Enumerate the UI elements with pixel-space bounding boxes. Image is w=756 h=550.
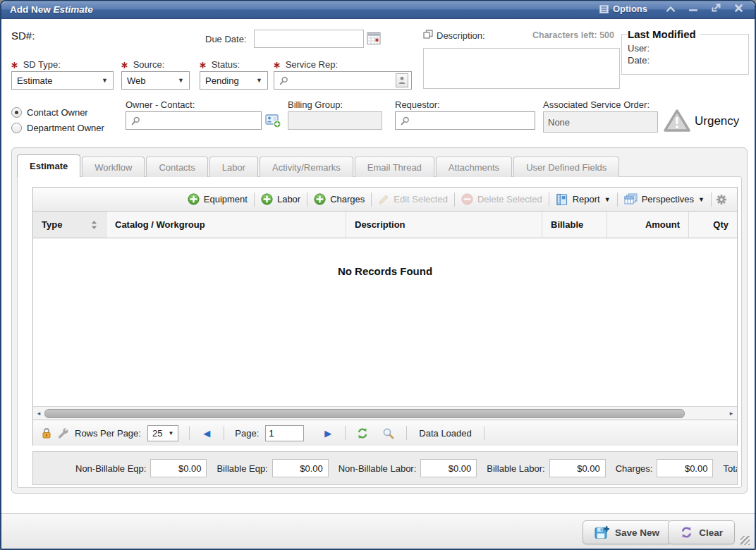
tab-estimate[interactable]: Estimate [17, 154, 80, 177]
perspectives-icon [624, 193, 638, 205]
requestor-field[interactable] [395, 111, 535, 130]
clear-button[interactable]: Clear [668, 520, 735, 544]
chevron-down-icon: ▼ [178, 77, 184, 84]
page-label: Page: [235, 428, 259, 439]
add-charges-button[interactable]: Charges [307, 193, 371, 205]
window-resize-handle[interactable] [740, 536, 750, 545]
owner-contact-field[interactable] [126, 111, 262, 130]
due-date-label: Due Date: [205, 34, 247, 44]
grid-header-row: Type Catalog / Workgroup Description Bil… [33, 212, 737, 238]
grid-toolbar: Equipment Labor Charges Ed [33, 188, 737, 212]
tab-activity-remarks[interactable]: Activity/Remarks [260, 157, 353, 177]
billing-group-label: Billing Group: [288, 99, 343, 110]
urgency-warning-icon[interactable] [663, 109, 691, 133]
minimize-icon[interactable] [687, 4, 700, 14]
last-modified-user-label: User: [628, 43, 650, 54]
billing-group-input [288, 111, 382, 130]
previous-page-icon[interactable]: ◀ [200, 428, 213, 439]
tab-labor[interactable]: Labor [209, 157, 258, 177]
grid-status-text: Data Loaded [419, 428, 471, 439]
options-list-icon [599, 5, 609, 13]
requestor-input[interactable] [413, 116, 532, 126]
scrollbar-thumb[interactable] [44, 409, 685, 418]
total-label: Total: [723, 463, 738, 474]
add-equipment-button[interactable]: Equipment [181, 193, 254, 205]
column-header-description[interactable]: Description [346, 212, 542, 238]
pager-separator [224, 426, 224, 440]
column-header-billable[interactable]: Billable [542, 212, 607, 238]
line-items-grid: Equipment Labor Charges Ed [32, 187, 738, 446]
sd-type-select[interactable]: Estimate▼ [11, 71, 114, 90]
search-icon [279, 76, 288, 85]
chevron-down-icon: ▼ [102, 77, 108, 84]
required-asterisk [11, 60, 18, 71]
select-person-icon[interactable] [396, 73, 408, 87]
description-textarea[interactable] [423, 48, 620, 89]
options-button[interactable]: Options [599, 4, 647, 14]
column-header-type[interactable]: Type [33, 212, 106, 238]
non-billable-labor-label: Non-Billable Labor: [339, 463, 417, 474]
next-page-icon[interactable]: ▶ [322, 428, 334, 439]
pager-separator [189, 426, 190, 440]
description-popout-icon[interactable] [423, 30, 433, 39]
chevron-down-icon: ▼ [698, 196, 705, 203]
search-records-icon[interactable] [382, 427, 394, 439]
service-rep-field[interactable] [274, 71, 412, 90]
save-new-button[interactable]: Save New [583, 520, 671, 544]
perspectives-menu-button[interactable]: Perspectives ▼ [618, 193, 711, 205]
billable-labor-value: $0.00 [549, 459, 606, 477]
horizontal-scrollbar[interactable]: ◂ ▸ [33, 406, 737, 420]
sd-number-label: SD#: [11, 30, 35, 42]
search-icon [401, 116, 410, 126]
wrench-icon[interactable] [58, 428, 68, 439]
calendar-icon[interactable] [367, 31, 381, 45]
department-owner-radio[interactable]: Department Owner [11, 123, 104, 133]
close-icon[interactable] [732, 4, 745, 14]
owner-contact-input[interactable] [144, 116, 258, 126]
scroll-left-icon[interactable]: ◂ [33, 410, 44, 417]
last-modified-title: Last Modified [628, 28, 700, 40]
tab-user-defined-fields[interactable]: User Defined Fields [513, 157, 619, 177]
source-label: Source: [121, 59, 164, 71]
required-asterisk [121, 60, 128, 71]
rows-per-page-select[interactable]: 25 ▼ [147, 425, 178, 441]
due-date-input[interactable] [254, 30, 364, 48]
add-icon [314, 193, 326, 205]
column-header-amount[interactable]: Amount [607, 212, 689, 238]
tab-contacts[interactable]: Contacts [146, 157, 207, 177]
contact-owner-radio[interactable]: Contact Owner [11, 107, 88, 118]
grid-body: No Records Found [33, 238, 737, 406]
maximize-icon[interactable] [709, 4, 722, 14]
required-asterisk [274, 60, 280, 71]
refresh-icon[interactable] [356, 427, 369, 439]
page-number-input[interactable] [265, 425, 304, 441]
column-header-catalog-workgroup[interactable]: Catalog / Workgroup [106, 212, 346, 238]
scroll-right-icon[interactable]: ▸ [726, 410, 737, 417]
associated-service-order-value: None [543, 111, 658, 133]
column-header-qty[interactable]: Qty [689, 212, 737, 238]
add-labor-button[interactable]: Labor [255, 193, 307, 205]
pager-separator [406, 426, 407, 440]
tab-email-thread[interactable]: Email Thread [355, 157, 434, 177]
billable-eqp-value: $0.00 [272, 459, 329, 477]
tab-attachments[interactable]: Attachments [436, 157, 512, 177]
edit-pencil-icon [378, 194, 389, 205]
source-select[interactable]: Web▼ [121, 71, 190, 90]
service-rep-input[interactable] [292, 75, 396, 86]
report-menu-button[interactable]: Report ▼ [549, 193, 617, 206]
characters-left-counter: Characters left: 500 [532, 30, 614, 40]
grid-settings-gear-icon[interactable] [712, 194, 731, 205]
last-modified-panel: Last Modified User: Date: [621, 28, 749, 75]
report-icon [556, 193, 568, 206]
service-rep-label: Service Rep: [274, 59, 338, 71]
scrollbar-track[interactable] [44, 409, 726, 418]
grid-pagination-bar: Rows Per Page: 25 ▼ ◀ Page: ▶ [33, 420, 737, 446]
delete-icon [461, 193, 473, 205]
lock-icon[interactable] [42, 427, 51, 439]
tab-workflow[interactable]: Workflow [82, 157, 145, 177]
add-contact-icon[interactable] [265, 114, 281, 128]
collapse-icon[interactable] [664, 4, 677, 14]
non-billable-eqp-label: Non-Billable Eqp: [75, 463, 146, 474]
window-title-emphasis: Estimate [54, 4, 93, 15]
status-select[interactable]: Pending▼ [200, 71, 268, 90]
